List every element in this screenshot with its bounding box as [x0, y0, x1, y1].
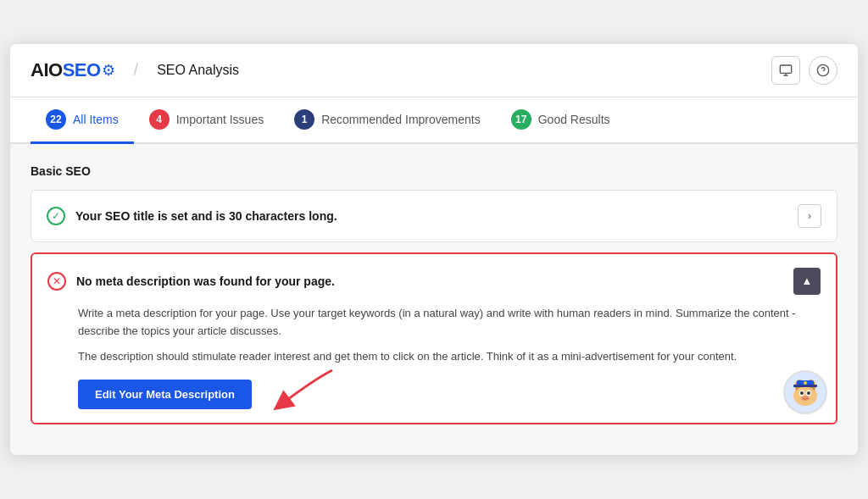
- svg-point-12: [800, 391, 804, 395]
- tab-good-results-label: Good Results: [538, 113, 610, 126]
- help-icon: [816, 64, 830, 77]
- red-arrow-annotation: [264, 366, 341, 413]
- svg-rect-0: [780, 65, 791, 73]
- svg-rect-16: [793, 385, 817, 387]
- app-window: AIO SEO ⚙ / SEO Analysis 22 All Items: [10, 44, 858, 455]
- section-title: Basic SEO: [31, 164, 837, 178]
- svg-point-14: [801, 396, 810, 401]
- check-icon: ✓: [47, 207, 65, 225]
- meta-desc-body-1: Write a meta description for your page. …: [78, 305, 821, 341]
- meta-desc-collapse-button[interactable]: ▲: [793, 268, 821, 295]
- meta-desc-card: ✕ No meta description was found for your…: [31, 252, 837, 424]
- tab-bar: 22 All Items 4 Important Issues 1 Recomm…: [10, 97, 858, 144]
- logo-aio-text: AIO: [31, 59, 63, 81]
- meta-desc-card-title-row: ✕ No meta description was found for your…: [47, 272, 335, 291]
- seo-title-card: ✓ Your SEO title is set and is 30 charac…: [31, 190, 837, 242]
- help-button[interactable]: [809, 56, 837, 85]
- page-title: SEO Analysis: [157, 63, 239, 78]
- tab-good-results-badge: 17: [511, 109, 531, 130]
- monitor-button[interactable]: [771, 56, 800, 85]
- tab-important-issues[interactable]: 4 Important Issues: [134, 97, 280, 144]
- edit-button-container: Edit Your Meta Description: [78, 374, 252, 409]
- edit-meta-desc-button[interactable]: Edit Your Meta Description: [78, 380, 252, 409]
- tab-important-issues-label: Important Issues: [176, 113, 264, 126]
- meta-desc-card-header: ✕ No meta description was found for your…: [47, 268, 821, 295]
- tab-good-results[interactable]: 17 Good Results: [496, 97, 626, 144]
- meta-desc-body-2: The description should stimulate reader …: [78, 348, 821, 366]
- monitor-icon: [779, 64, 793, 77]
- svg-point-17: [804, 381, 807, 385]
- logo-gear-icon: ⚙: [102, 61, 115, 80]
- app-header: AIO SEO ⚙ / SEO Analysis: [10, 44, 858, 97]
- tab-all-items-label: All Items: [73, 113, 119, 126]
- logo-seo-text: SEO: [63, 59, 101, 81]
- error-icon: ✕: [47, 272, 66, 291]
- logo: AIO SEO ⚙: [31, 59, 115, 81]
- avatar-image: [785, 372, 826, 413]
- tab-all-items[interactable]: 22 All Items: [31, 97, 134, 144]
- content-area: Basic SEO ✓ Your SEO title is set and is…: [10, 144, 858, 455]
- meta-desc-card-body: Write a meta description for your page. …: [47, 305, 821, 409]
- tab-important-issues-badge: 4: [149, 109, 170, 130]
- header-left: AIO SEO ⚙ / SEO Analysis: [31, 59, 239, 81]
- tab-recommended-improvements-badge: 1: [294, 109, 314, 130]
- seo-title-card-left: ✓ Your SEO title is set and is 30 charac…: [47, 207, 337, 225]
- svg-point-13: [807, 391, 810, 395]
- header-divider: /: [134, 60, 139, 80]
- tab-recommended-improvements-label: Recommended Improvements: [321, 113, 481, 126]
- seo-title-expand-button[interactable]: ›: [798, 204, 821, 228]
- tab-recommended-improvements[interactable]: 1 Recommended Improvements: [279, 97, 496, 144]
- seo-title-text: Your SEO title is set and is 30 characte…: [75, 209, 337, 223]
- tab-all-items-badge: 22: [46, 109, 66, 130]
- meta-desc-title-text: No meta description was found for your p…: [76, 274, 335, 288]
- avatar: [783, 370, 827, 414]
- header-right: [771, 56, 837, 85]
